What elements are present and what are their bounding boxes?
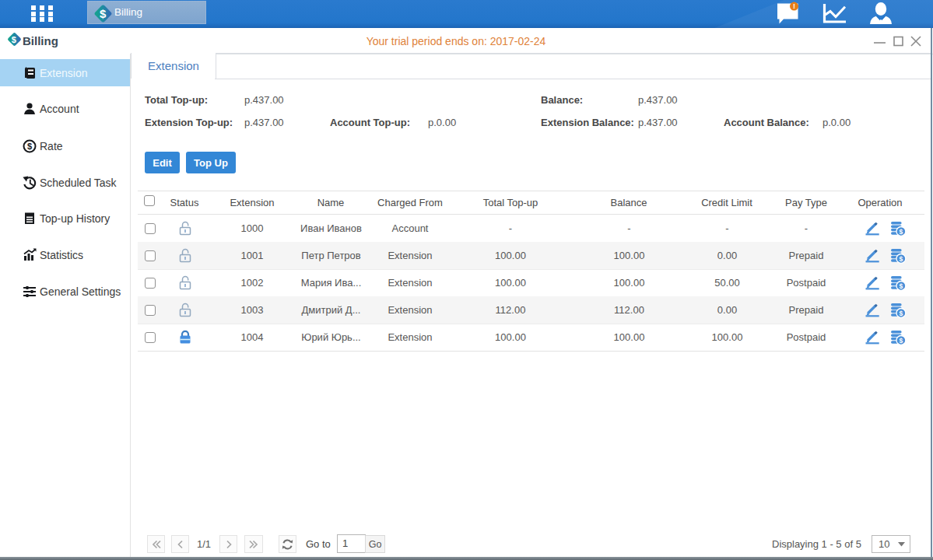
svg-text:$: $ (900, 337, 903, 345)
svg-text:$: $ (900, 228, 903, 236)
svg-text:$: $ (900, 310, 903, 317)
svg-text:$: $ (27, 142, 32, 151)
svg-text:$: $ (900, 255, 903, 263)
svg-text:$: $ (900, 282, 903, 290)
svg-text:!: ! (793, 2, 795, 10)
